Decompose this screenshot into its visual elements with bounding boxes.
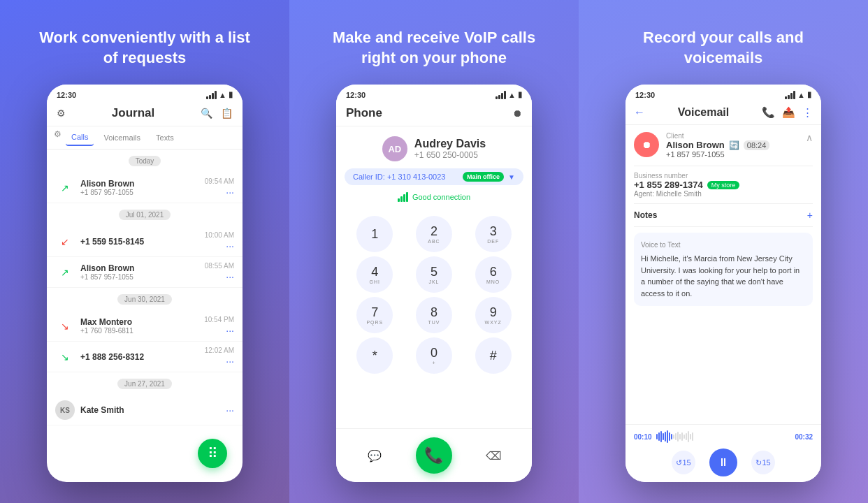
contact-avatar: AD [382, 136, 407, 161]
phone-mockup-1: 12:30 ▲ ▮ ⚙ Journal [47, 85, 243, 482]
filter-icon-1[interactable]: ⚙ [57, 108, 66, 119]
tab-calls[interactable]: Calls [66, 129, 94, 146]
call-name-4: Max Montero [80, 317, 198, 327]
call-item-2[interactable]: ↙ +1 559 515-8145 10:00 AM ··· [47, 226, 243, 257]
backspace-button[interactable]: ⌫ [481, 443, 506, 468]
vm-client-label: Client [666, 132, 799, 140]
wifi-icon-1: ▲ [219, 91, 226, 99]
dial-key-6[interactable]: 6 MNO [475, 256, 512, 293]
share-icon-vm[interactable]: 📤 [782, 106, 795, 119]
vm-header: ← Voicemail 📞 📤 ⋮ [625, 102, 821, 125]
vm-divider-3 [634, 226, 813, 227]
vm-controls: ↺15 ⏸ ↻15 [634, 449, 813, 476]
vm-player: 00:10 [625, 424, 821, 482]
phone-mockup-3: 12:30 ▲ ▮ ← [625, 85, 821, 482]
call-item-1[interactable]: ↗ Alison Brown +1 857 957-1055 09:54 AM … [47, 173, 243, 203]
dial-key-9[interactable]: 9 WXYZ [475, 297, 512, 333]
vm-biz-badge: My store [707, 181, 740, 189]
more-icon-1[interactable]: ··· [226, 187, 234, 198]
vm-biz-number-row: +1 855 289-1374 My store [634, 180, 813, 190]
call-icon-vm[interactable]: 📞 [762, 106, 775, 119]
tab-voicemails-label: Voicemails [103, 133, 140, 142]
add-icon-1[interactable]: 📋 [221, 108, 233, 119]
phone-record-icon[interactable]: ⏺ [512, 108, 522, 119]
contact-number: +1 650 250-0005 [414, 150, 486, 160]
app-header-1: ⚙ Journal 🔍 📋 [47, 102, 243, 126]
dial-key-5[interactable]: 5 JKL [416, 256, 452, 293]
section-jul01: Jul 01, 2021 [47, 203, 243, 226]
caller-id-right: Main office ▼ [463, 172, 515, 182]
status-time-1: 12:30 [57, 91, 76, 99]
section-jun27: Jun 27, 2021 [47, 372, 243, 395]
status-bar-1: 12:30 ▲ ▮ [47, 85, 243, 102]
call-item-3[interactable]: ↗ Alison Brown +1 857 957-1055 08:55 AM … [47, 257, 243, 288]
app-title-2: Phone [346, 106, 382, 120]
more-icon-2[interactable]: ··· [226, 240, 234, 252]
call-item-5[interactable]: ↘ +1 888 256-8312 12:02 AM ··· [47, 342, 243, 372]
pause-button[interactable]: ⏸ [709, 449, 737, 476]
vm-current-time: 00:10 [634, 433, 652, 441]
vm-divider-1 [634, 166, 813, 166]
call-number-4: +1 760 789-6811 [80, 327, 198, 335]
history-icon-vm[interactable]: 🔄 [729, 140, 739, 150]
signal-icon-1 [206, 91, 217, 99]
tab-filter-icon[interactable]: ⚙ [54, 129, 62, 146]
dial-key-8[interactable]: 8 TUV [416, 297, 452, 333]
vm-biz-label: Business number [634, 172, 813, 180]
status-bar-2: 12:30 ▲ ▮ [336, 85, 532, 102]
header-icons-1: 🔍 📋 [201, 108, 233, 119]
dial-key-1[interactable]: 1 [356, 216, 393, 252]
battery-icon-2: ▮ [518, 90, 522, 99]
call-time-1: 09:54 AM [205, 177, 234, 185]
more-icon-6[interactable]: ··· [226, 404, 234, 416]
search-icon-1[interactable]: 🔍 [201, 108, 212, 119]
dial-key-star[interactable]: * [356, 337, 393, 374]
battery-icon-3: ▮ [807, 90, 811, 99]
panel-voicemail: Record your calls and voicemails 12:30 ▲ [579, 0, 868, 503]
call-icon-incoming-2: ↘ [55, 347, 75, 367]
connection-row: Good connection [398, 189, 470, 205]
dial-key-4[interactable]: 4 GHI [356, 256, 393, 293]
expand-icon-vm[interactable]: ∧ [806, 132, 813, 143]
vm-biz-number: +1 855 289-1374 [634, 180, 703, 190]
app-header-2: Phone ⏺ [336, 102, 532, 126]
dial-key-2[interactable]: 2 ABC [416, 216, 452, 252]
back-button[interactable]: ← [634, 106, 645, 119]
fab-button[interactable]: ⠿ [198, 439, 227, 468]
call-button[interactable]: 📞 [416, 437, 452, 474]
status-time-3: 12:30 [635, 91, 655, 99]
call-name-2: +1 559 515-8145 [80, 237, 199, 247]
panel-journal: Work conveniently with a list of request… [0, 0, 289, 503]
call-meta-4: 10:54 PM ··· [204, 316, 234, 336]
status-bar-3: 12:30 ▲ ▮ [625, 85, 821, 102]
tab-texts[interactable]: Texts [150, 129, 180, 146]
rewind-button[interactable]: ↺15 [672, 451, 695, 474]
more-icon-3[interactable]: ··· [226, 271, 234, 282]
more-icon-4[interactable]: ··· [226, 325, 234, 336]
call-item-6[interactable]: KS Kate Smith ··· [47, 395, 243, 425]
dial-key-hash[interactable]: # [475, 337, 512, 374]
call-name-3: Alison Brown [80, 263, 199, 273]
more-icon-5[interactable]: ··· [226, 356, 234, 367]
panel-3-title: Record your calls and voicemails [612, 28, 835, 68]
vm-waveform[interactable] [656, 430, 791, 443]
call-icon-outgoing-1: ↗ [55, 178, 75, 198]
status-icons-2: ▲ ▮ [496, 90, 522, 99]
caller-id-text: Caller ID: +1 310 413-0023 [353, 173, 445, 181]
dialpad-grid: 1 2 ABC 3 DEF 4 GHI [347, 216, 521, 374]
sms-button[interactable]: 💬 [362, 443, 387, 468]
dial-key-7[interactable]: 7 PQRS [356, 297, 393, 333]
tab-bar-1: ⚙ Calls Voicemails Texts [47, 126, 243, 150]
tab-voicemails[interactable]: Voicemails [98, 129, 146, 146]
section-today: Today [47, 150, 243, 173]
caller-id-row[interactable]: Caller ID: +1 310 413-0023 Main office ▼ [345, 168, 523, 185]
notes-add-button[interactable]: + [807, 210, 813, 221]
panel-dialer: Make and receive VoIP calls right on you… [289, 0, 579, 503]
call-name-6: Kate Smith [80, 405, 220, 415]
call-meta-5: 12:02 AM ··· [205, 347, 234, 367]
dial-key-3[interactable]: 3 DEF [475, 216, 512, 252]
dial-key-0[interactable]: 0 + [416, 337, 452, 374]
forward-button[interactable]: ↻15 [751, 451, 775, 474]
call-item-4[interactable]: ↘ Max Montero +1 760 789-6811 10:54 PM ·… [47, 311, 243, 342]
more-icon-vm[interactable]: ⋮ [802, 106, 813, 119]
